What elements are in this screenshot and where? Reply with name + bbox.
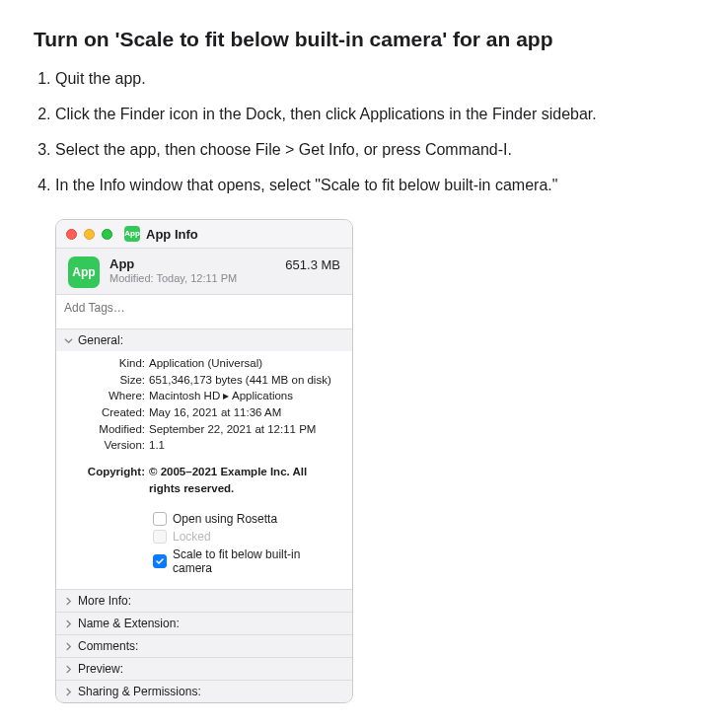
section-preview: Preview:: [56, 658, 352, 681]
minimize-icon[interactable]: [84, 229, 95, 240]
checkbox-unchecked-icon[interactable]: [153, 512, 167, 526]
version-value: 1.1: [149, 437, 340, 454]
app-modified: Modified: Today, 12:11 PM: [109, 272, 275, 284]
version-label: Version:: [68, 437, 149, 454]
section-more-info: More Info:: [56, 590, 352, 613]
section-general: General: Kind:Application (Universal) Si…: [56, 329, 352, 590]
locked-label: Locked: [173, 530, 211, 544]
section-header-general[interactable]: General:: [56, 329, 352, 351]
traffic-lights: [66, 229, 112, 240]
chevron-right-icon: [64, 619, 74, 628]
section-label: Comments:: [78, 639, 138, 653]
section-label: General:: [78, 333, 123, 347]
page-title: Turn on 'Scale to fit below built-in cam…: [34, 28, 694, 51]
section-label: Name & Extension:: [78, 617, 180, 630]
rosetta-row[interactable]: Open using Rosetta: [153, 510, 340, 528]
where-value: Macintosh HD ▸ Applications: [149, 388, 340, 404]
checkbox-disabled-icon: [153, 530, 167, 544]
section-label: Sharing & Permissions:: [78, 685, 201, 698]
step-item: In the Info window that opens, select "S…: [55, 174, 694, 197]
locked-row: Locked: [153, 528, 340, 546]
where-label: Where:: [68, 388, 149, 404]
section-header-comments[interactable]: Comments:: [56, 635, 352, 657]
chevron-right-icon: [64, 597, 74, 606]
tags-input[interactable]: [56, 294, 352, 329]
size-value: 651,346,173 bytes (441 MB on disk): [149, 372, 340, 389]
section-header-more-info[interactable]: More Info:: [56, 590, 352, 612]
created-label: Created:: [68, 404, 149, 421]
chevron-right-icon: [64, 665, 74, 674]
step-item: Click the Finder icon in the Dock, then …: [55, 103, 694, 126]
zoom-icon[interactable]: [102, 229, 112, 240]
modified-label: Modified:: [68, 421, 149, 438]
section-header-name-extension[interactable]: Name & Extension:: [56, 613, 352, 634]
kind-label: Kind:: [68, 355, 149, 372]
app-name: App: [109, 256, 275, 271]
info-window: App App Info App App Modified: Today, 12…: [55, 219, 353, 703]
created-value: May 16, 2021 at 11:36 AM: [149, 404, 340, 421]
chevron-right-icon: [64, 688, 74, 696]
chevron-right-icon: [64, 642, 74, 651]
scale-label: Scale to fit below built-in camera: [173, 547, 340, 575]
section-header-preview[interactable]: Preview:: [56, 658, 352, 680]
section-comments: Comments:: [56, 635, 352, 658]
chevron-down-icon: [64, 336, 74, 345]
section-header-sharing[interactable]: Sharing & Permissions:: [56, 681, 352, 702]
section-label: More Info:: [78, 594, 131, 608]
close-icon[interactable]: [66, 229, 77, 240]
app-header: App App Modified: Today, 12:11 PM 651.3 …: [56, 249, 352, 294]
window-titlebar: App App Info: [56, 220, 352, 249]
checkbox-checked-icon[interactable]: [153, 554, 167, 568]
general-body: Kind:Application (Universal) Size:651,34…: [56, 351, 352, 589]
section-name-extension: Name & Extension:: [56, 613, 352, 635]
copyright-label: Copyright:: [68, 464, 149, 496]
scale-row[interactable]: Scale to fit below built-in camera: [153, 546, 340, 577]
copyright-value: © 2005–2021 Example Inc. All rights rese…: [149, 464, 340, 496]
kind-value: Application (Universal): [149, 355, 340, 372]
app-icon: App: [124, 226, 140, 242]
section-label: Preview:: [78, 662, 123, 676]
step-item: Select the app, then choose File > Get I…: [55, 138, 694, 162]
window-title: App Info: [146, 227, 198, 242]
checkbox-group: Open using Rosetta Locked Scale to fit b…: [68, 506, 340, 577]
modified-value: September 22, 2021 at 12:11 PM: [149, 421, 340, 438]
size-label: Size:: [68, 372, 149, 389]
section-sharing: Sharing & Permissions:: [56, 681, 352, 702]
app-size: 651.3 MB: [285, 256, 340, 272]
steps-list: Quit the app. Click the Finder icon in t…: [34, 67, 694, 197]
app-icon: App: [68, 256, 100, 288]
rosetta-label: Open using Rosetta: [173, 512, 277, 526]
step-item: Quit the app.: [55, 67, 694, 91]
